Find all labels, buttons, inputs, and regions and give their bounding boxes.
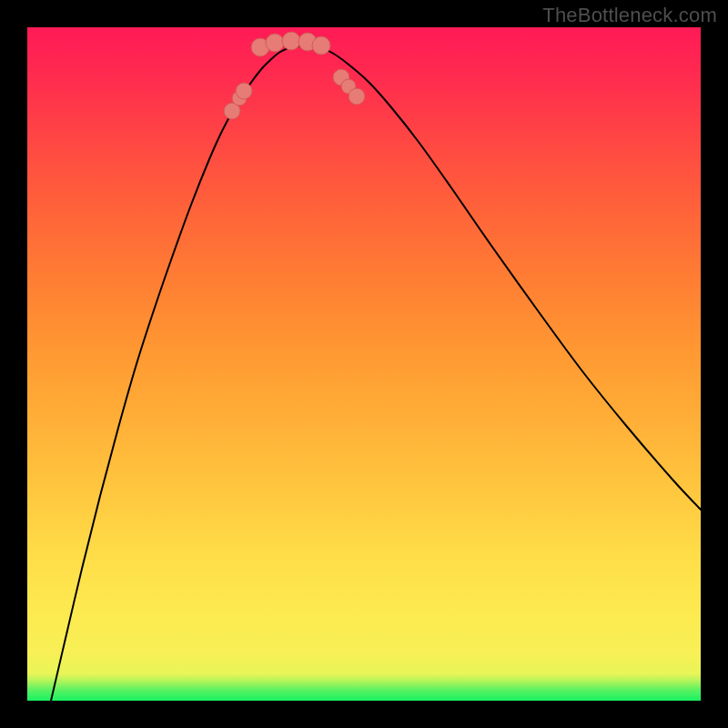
outer-frame: TheBottleneck.com xyxy=(0,0,728,728)
marker-dot xyxy=(282,32,300,50)
bottleneck-curve xyxy=(51,46,701,701)
marker-dot xyxy=(349,88,365,105)
plot-area xyxy=(27,27,701,701)
marker-dot xyxy=(312,36,330,55)
marker-dot xyxy=(266,34,284,52)
curve-svg xyxy=(27,27,701,701)
curve-markers xyxy=(224,32,365,119)
marker-dot xyxy=(236,83,252,99)
watermark-text: TheBottleneck.com xyxy=(542,4,717,27)
